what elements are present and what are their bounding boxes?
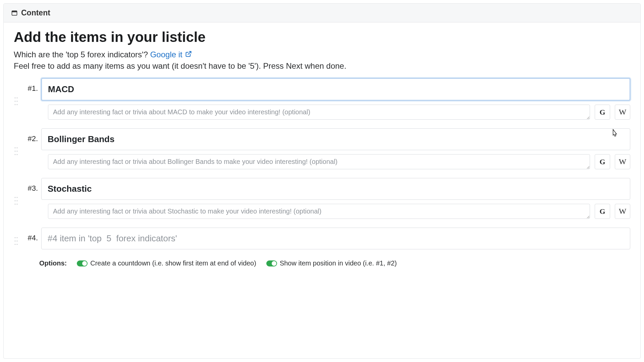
list-item: #2.GW: [14, 128, 630, 169]
item-number-label: #1.: [22, 78, 38, 93]
svg-point-8: [16, 104, 17, 105]
toggle-switch-icon: [266, 260, 277, 266]
drag-handle-icon[interactable]: [14, 78, 18, 120]
window-icon: [11, 10, 18, 16]
hint-text: Feel free to add as many items as you wa…: [14, 61, 630, 71]
item-title-input[interactable]: [41, 228, 630, 249]
google-icon: G: [599, 207, 605, 216]
svg-point-23: [14, 240, 15, 241]
svg-point-16: [16, 197, 17, 198]
item-trivia-input[interactable]: [48, 204, 590, 219]
options-row: Options: Create a countdown (i.e. show f…: [39, 259, 630, 267]
question-text: Which are the 'top 5 forex indicators'?: [14, 50, 148, 59]
svg-point-12: [16, 150, 17, 152]
toggle-countdown[interactable]: Create a countdown (i.e. show first item…: [77, 259, 256, 267]
item-body: GW: [41, 128, 630, 169]
svg-point-9: [14, 147, 15, 148]
svg-point-18: [16, 200, 17, 201]
svg-point-6: [16, 101, 17, 102]
item-trivia-input[interactable]: [48, 154, 590, 169]
item-body: GW: [41, 178, 630, 219]
svg-point-24: [16, 240, 17, 241]
subtitle-line: Which are the 'top 5 forex indicators'? …: [14, 50, 630, 59]
item-number-label: #2.: [22, 128, 38, 143]
items-list: #1.GW#2.GW#3.GW#4.: [14, 78, 630, 249]
svg-line-2: [188, 52, 191, 55]
search-google-button[interactable]: G: [595, 105, 610, 120]
svg-point-20: [16, 203, 17, 204]
svg-point-25: [14, 244, 15, 245]
wikipedia-icon: W: [619, 108, 627, 117]
svg-point-14: [16, 154, 17, 155]
svg-point-15: [14, 197, 15, 198]
item-number-label: #4.: [22, 228, 38, 242]
svg-point-11: [14, 150, 15, 152]
options-label: Options:: [39, 259, 67, 267]
toggle-show-position[interactable]: Show item position in video (i.e. #1, #2…: [266, 259, 397, 267]
wikipedia-icon: W: [619, 207, 627, 216]
item-trivia-input[interactable]: [48, 105, 590, 120]
trivia-row: GW: [41, 154, 630, 169]
card-header: Content: [4, 4, 640, 22]
card-header-title: Content: [21, 8, 50, 17]
list-item: #1.GW: [14, 78, 630, 120]
item-number-label: #3.: [22, 178, 38, 193]
card-body: Add the items in your listicle Which are…: [4, 22, 640, 277]
google-icon: G: [599, 108, 605, 117]
toggle-switch-icon: [77, 260, 88, 266]
item-body: GW: [41, 78, 630, 120]
google-it-text: Google it: [150, 50, 182, 59]
svg-point-13: [14, 154, 15, 155]
toggle-countdown-label: Create a countdown (i.e. show first item…: [90, 259, 256, 267]
item-title-input[interactable]: [41, 178, 630, 200]
google-icon: G: [599, 158, 605, 166]
svg-point-3: [14, 97, 15, 98]
svg-point-10: [16, 147, 17, 148]
search-google-button[interactable]: G: [595, 154, 610, 169]
google-it-link[interactable]: Google it: [150, 50, 192, 59]
external-link-icon: [185, 51, 192, 57]
content-card: Content Add the items in your listicle W…: [3, 3, 641, 359]
drag-handle-icon[interactable]: [14, 128, 18, 169]
svg-point-4: [16, 97, 17, 98]
svg-rect-1: [12, 11, 17, 12]
page-title: Add the items in your listicle: [14, 29, 630, 45]
search-wikipedia-button[interactable]: W: [615, 204, 630, 219]
list-item: #3.GW: [14, 178, 630, 219]
search-google-button[interactable]: G: [595, 204, 610, 219]
trivia-row: GW: [41, 105, 630, 120]
search-wikipedia-button[interactable]: W: [615, 154, 630, 169]
svg-point-26: [16, 244, 17, 245]
drag-handle-icon[interactable]: [14, 178, 18, 219]
item-body: [41, 228, 630, 249]
drag-handle-icon[interactable]: [14, 228, 18, 249]
search-wikipedia-button[interactable]: W: [615, 105, 630, 120]
item-title-input[interactable]: [41, 128, 630, 150]
svg-point-7: [14, 104, 15, 105]
svg-point-19: [14, 203, 15, 204]
svg-point-22: [16, 237, 17, 238]
svg-point-21: [14, 237, 15, 238]
item-title-input[interactable]: [41, 78, 630, 101]
wikipedia-icon: W: [619, 157, 627, 166]
toggle-show-position-label: Show item position in video (i.e. #1, #2…: [280, 259, 397, 267]
svg-point-5: [14, 101, 15, 102]
svg-point-17: [14, 200, 15, 201]
trivia-row: GW: [41, 204, 630, 219]
list-item: #4.: [14, 228, 630, 249]
